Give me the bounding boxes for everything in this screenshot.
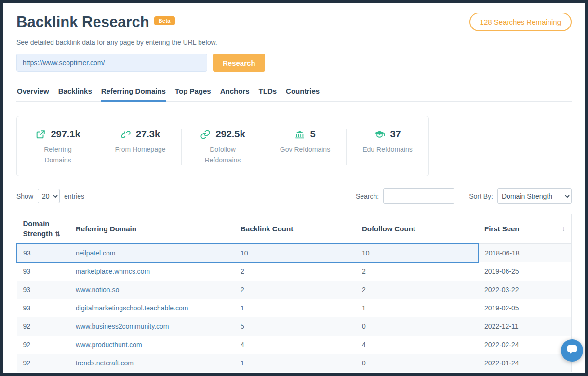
research-button[interactable]: Research xyxy=(213,54,265,72)
table-row[interactable]: 93 digitalmarketingschool.teachable.com … xyxy=(17,299,572,317)
backlink-count-cell: 5 xyxy=(235,317,356,336)
stat-label: From Homepage xyxy=(113,145,167,155)
stat-from-homepage: 27.3k From Homepage xyxy=(99,129,181,165)
table-row[interactable]: 93 neilpatel.com 10 10 2018-06-18 xyxy=(17,244,572,262)
dofollow-count-cell: 2 xyxy=(356,262,479,281)
domain-strength-cell: 93 xyxy=(17,262,70,281)
table-row[interactable]: 92 www.business2community.com 5 0 2022-1… xyxy=(17,317,572,336)
table-body: 93 neilpatel.com 10 10 2018-06-18 93 mar… xyxy=(17,244,572,372)
referring-domain-link[interactable]: www.notion.so xyxy=(76,286,119,294)
backlink-count-cell: 2 xyxy=(235,281,356,299)
stat-label: Edu Refdomains xyxy=(361,145,414,155)
sort-control: Sort By: Domain Strength xyxy=(469,188,572,204)
first-seen-cell: 2018-06-18 xyxy=(479,244,572,262)
external-link-icon xyxy=(35,129,46,140)
sort-down-icon[interactable]: ↓ xyxy=(562,224,565,233)
searches-remaining-badge[interactable]: 128 Searches Remaining xyxy=(469,13,572,31)
stat-dofollow-refdomains: 292.5k Dofollow Refdomains xyxy=(181,129,264,165)
table-header-row: Domain Strength⇅ Referring Domain Backli… xyxy=(17,214,572,244)
domain-strength-cell: 93 xyxy=(17,299,70,317)
domain-strength-cell: 92 xyxy=(17,317,70,336)
tab-tlds[interactable]: TLDs xyxy=(258,84,278,101)
table-controls: Show 20 entries Search: Sort By: Domain … xyxy=(16,188,572,204)
beta-badge: Beta xyxy=(154,16,175,25)
main-content: Backlink ResearchBeta 128 Searches Remai… xyxy=(3,3,585,376)
col-header-dofollow-count[interactable]: Dofollow Count xyxy=(356,214,479,244)
referring-domain-cell: www.business2community.com xyxy=(70,317,235,336)
backlink-count-cell: 1 xyxy=(235,299,356,317)
referring-domain-link[interactable]: neilpatel.com xyxy=(76,249,116,257)
referring-domain-link[interactable]: www.business2community.com xyxy=(76,322,169,330)
chat-icon xyxy=(566,344,578,357)
stat-referring-domains: 297.1k Referring Domains xyxy=(17,129,99,165)
referring-domain-link[interactable]: trends.netcraft.com xyxy=(76,359,134,367)
sort-by-select[interactable]: Domain Strength xyxy=(497,188,572,204)
backlink-count-cell: 1 xyxy=(235,354,356,372)
search-label: Search: xyxy=(356,192,379,200)
dofollow-count-cell: 4 xyxy=(356,336,479,354)
bank-icon xyxy=(294,129,305,140)
stat-edu-refdomains: 37 Edu Refdomains xyxy=(346,129,428,165)
table-row[interactable]: 93 marketplace.whmcs.com 2 2 2019-06-25 xyxy=(17,262,572,281)
sort-by-label: Sort By: xyxy=(469,192,493,200)
referring-domain-link[interactable]: digitalmarketingschool.teachable.com xyxy=(76,304,188,312)
referring-domain-cell: marketplace.whmcs.com xyxy=(70,262,235,281)
stat-value: 297.1k xyxy=(51,129,80,140)
page-subtitle: See detailed backlink data for any page … xyxy=(16,39,572,46)
referring-domain-link[interactable]: marketplace.whmcs.com xyxy=(76,268,150,275)
dofollow-count-cell: 0 xyxy=(356,317,479,336)
referring-domain-cell: neilpatel.com xyxy=(70,244,235,262)
entries-control: Show 20 entries xyxy=(16,189,84,203)
broken-link-icon xyxy=(120,129,131,140)
col-header-referring-domain[interactable]: Referring Domain xyxy=(70,214,235,244)
domain-strength-cell: 93 xyxy=(17,281,70,299)
tab-countries[interactable]: Countries xyxy=(285,84,320,101)
table-search-control: Search: xyxy=(356,188,454,204)
entries-select[interactable]: 20 xyxy=(38,189,60,203)
tab-bar: Overview Backlinks Referring Domains Top… xyxy=(16,84,572,102)
first-seen-cell: 2022-03-22 xyxy=(479,281,572,299)
backlink-research-page: { "header": { "title": "Backlink Researc… xyxy=(0,0,588,376)
referring-domain-link[interactable]: www.producthunt.com xyxy=(76,341,142,349)
referring-domain-cell: www.notion.so xyxy=(70,281,235,299)
dofollow-count-cell: 2 xyxy=(356,281,479,299)
stat-label: Referring Domains xyxy=(31,145,85,165)
tab-backlinks[interactable]: Backlinks xyxy=(58,84,93,101)
page-header: Backlink ResearchBeta 128 Searches Remai… xyxy=(16,13,572,31)
referring-domain-cell: trends.netcraft.com xyxy=(70,354,235,372)
tab-referring-domains[interactable]: Referring Domains xyxy=(101,84,166,102)
tab-anchors[interactable]: Anchors xyxy=(220,84,250,101)
stat-value: 27.3k xyxy=(136,129,160,140)
referring-domain-cell: digitalmarketingschool.teachable.com xyxy=(70,299,235,317)
chat-launcher-button[interactable] xyxy=(561,339,583,362)
link-icon xyxy=(200,129,211,140)
first-seen-cell: 2022-01-24 xyxy=(479,354,572,372)
url-input[interactable] xyxy=(16,54,207,72)
page-title: Backlink ResearchBeta xyxy=(16,13,175,31)
col-header-first-seen[interactable]: First Seen↓ xyxy=(479,214,572,244)
tab-overview[interactable]: Overview xyxy=(16,84,50,101)
url-search-row: Research xyxy=(16,54,572,72)
stat-label: Dofollow Refdomains xyxy=(196,145,250,165)
stat-value: 292.5k xyxy=(215,129,245,140)
table-row[interactable]: 92 www.producthunt.com 4 4 2022-02-24 xyxy=(17,336,572,354)
col-header-domain-strength[interactable]: Domain Strength⇅ xyxy=(17,214,70,244)
table-row[interactable]: 92 trends.netcraft.com 1 0 2022-01-24 xyxy=(17,354,572,372)
dofollow-count-cell: 0 xyxy=(356,354,479,372)
domain-strength-cell: 93 xyxy=(17,244,70,262)
table-row[interactable]: 93 www.notion.so 2 2 2022-03-22 xyxy=(17,281,572,299)
first-seen-cell: 2022-12-11 xyxy=(479,317,572,336)
dofollow-count-cell: 1 xyxy=(356,299,479,317)
tab-top-pages[interactable]: Top Pages xyxy=(174,84,212,101)
sort-both-icon[interactable]: ⇅ xyxy=(55,230,60,238)
stat-value: 37 xyxy=(390,129,401,140)
domain-strength-cell: 92 xyxy=(17,336,70,354)
stats-card: 297.1k Referring Domains 27.3k From Home… xyxy=(16,116,429,176)
backlink-count-cell: 2 xyxy=(235,262,356,281)
referring-domains-table: Domain Strength⇅ Referring Domain Backli… xyxy=(16,214,572,376)
first-seen-cell: 2022-02-24 xyxy=(479,336,572,354)
stat-value: 5 xyxy=(310,129,315,140)
table-search-input[interactable] xyxy=(383,188,454,204)
domain-strength-cell: 92 xyxy=(17,354,70,372)
col-header-backlink-count[interactable]: Backlink Count xyxy=(235,214,356,244)
